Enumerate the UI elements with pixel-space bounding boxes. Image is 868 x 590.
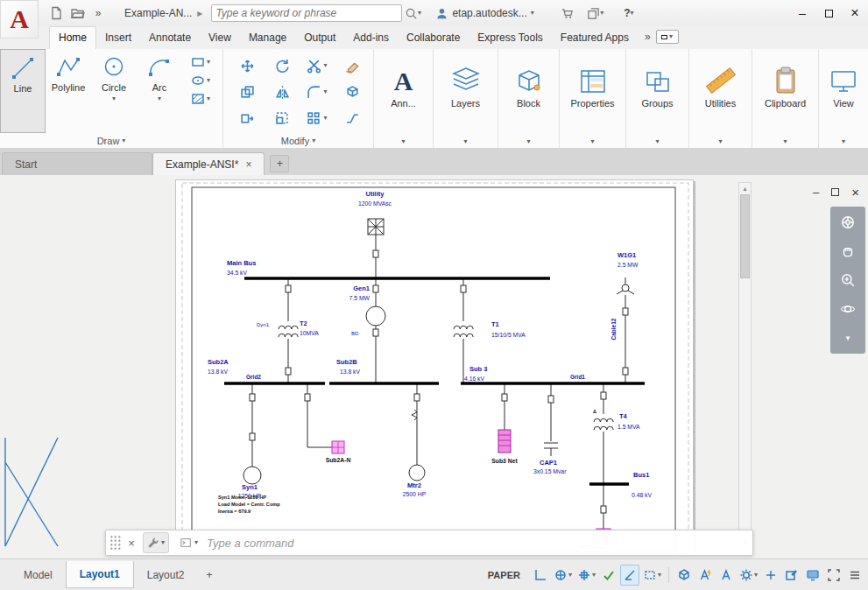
viewport-close-button[interactable]: ×	[851, 186, 859, 199]
ortho-toggle[interactable]	[599, 565, 618, 586]
annotation-button[interactable]: A	[374, 49, 433, 95]
utility-symbol[interactable]	[368, 219, 384, 235]
cap1-symbol[interactable]	[544, 443, 558, 456]
block-panel-expander[interactable]: ▾	[498, 135, 559, 148]
scrollbar-thumb[interactable]	[740, 194, 750, 278]
tab-featured-apps[interactable]: Featured Apps	[552, 27, 638, 49]
scroll-up-arrow[interactable]: ▴	[743, 183, 746, 193]
rotate-tool[interactable]	[265, 54, 299, 77]
connect-button[interactable]: ▾	[585, 4, 606, 23]
snap-mode-toggle[interactable]: ▾	[575, 565, 597, 586]
modify-panel-expander[interactable]: Modify▾	[223, 133, 373, 148]
view-button[interactable]	[819, 49, 868, 95]
grid-toggle[interactable]	[531, 565, 550, 586]
utilities-panel-expander[interactable]: ▾	[689, 135, 752, 148]
zoom-button[interactable]	[836, 270, 859, 291]
tab-layout2[interactable]: Layout2	[134, 562, 198, 588]
erase-tool[interactable]	[335, 54, 369, 77]
copy-tool[interactable]	[230, 81, 264, 103]
properties-panel-expander[interactable]: ▾	[560, 135, 625, 148]
tab-output[interactable]: Output	[295, 27, 344, 49]
gen1-symbol[interactable]	[366, 306, 385, 326]
arc-tool[interactable]: Arc ▾	[137, 49, 182, 133]
vertical-scrollbar[interactable]: ▴ ▾	[738, 182, 752, 548]
orbit-button[interactable]	[836, 299, 859, 320]
open-file-button[interactable]	[67, 4, 88, 23]
annotation-panel-expander[interactable]: ▾	[374, 135, 433, 148]
clean-screen-button[interactable]	[824, 565, 843, 586]
mirror-tool[interactable]	[265, 81, 299, 103]
block-button[interactable]	[498, 49, 559, 95]
breakers[interactable]	[250, 250, 628, 513]
customization-menu-button[interactable]	[845, 565, 864, 586]
ribbon-collapse-button[interactable]: ▾	[656, 30, 679, 44]
search-input[interactable]	[215, 7, 387, 19]
command-input[interactable]: Type a command	[207, 537, 293, 550]
stretch-tool[interactable]	[230, 107, 264, 130]
close-button[interactable]: ×	[842, 2, 868, 25]
syn1-symbol[interactable]	[243, 467, 261, 484]
object-snap-toggle[interactable]: ▾	[641, 565, 663, 586]
view-panel-expander[interactable]: ▾	[819, 135, 868, 148]
store-button[interactable]	[557, 4, 578, 23]
tab-layout1[interactable]: Layout1	[66, 561, 134, 588]
circle-tool[interactable]: Circle ▾	[91, 49, 137, 133]
tab-insert[interactable]: Insert	[96, 27, 140, 49]
navbar-more-button[interactable]: ▾	[836, 327, 859, 348]
layout-paper[interactable]: Utility 1200 MVAsc Main Bus 34.5 kV Gen1…	[175, 179, 694, 554]
array-tool[interactable]: ▾	[300, 107, 334, 130]
dynamic-ucs-toggle[interactable]: ▾	[552, 565, 574, 586]
new-file-button[interactable]	[46, 4, 67, 23]
help-button[interactable]: ? ▾	[618, 4, 639, 23]
annotation-visibility-toggle[interactable]	[695, 565, 715, 586]
minimize-button[interactable]: –	[789, 2, 815, 25]
tab-express-tools[interactable]: Express Tools	[469, 27, 551, 49]
graphics-performance-button[interactable]	[803, 565, 822, 586]
clipboard-panel-expander[interactable]: ▾	[752, 135, 818, 148]
polar-tracking-toggle[interactable]	[620, 565, 639, 586]
quick-access-more-button[interactable]: »	[88, 4, 109, 23]
tab-addins[interactable]: Add-ins	[344, 27, 398, 49]
utilities-button[interactable]	[689, 49, 752, 95]
sub3-net-box[interactable]	[498, 430, 511, 453]
rectangle-tool[interactable]: ▾	[182, 56, 219, 68]
groups-button[interactable]	[626, 49, 688, 95]
scale-tool[interactable]	[265, 107, 299, 130]
tab-model[interactable]: Model	[11, 562, 66, 588]
recent-commands-icon[interactable]	[180, 537, 192, 549]
fillet-tool[interactable]: ▾	[300, 81, 334, 103]
layers-button[interactable]	[434, 49, 498, 95]
join-tool[interactable]	[335, 107, 369, 130]
viewport-minimize-button[interactable]: –	[813, 186, 819, 198]
new-drawing-tab-button[interactable]: +	[270, 155, 289, 172]
new-layout-button[interactable]: +	[197, 564, 221, 586]
command-line-grip[interactable]	[109, 535, 122, 551]
explode-tool[interactable]	[335, 81, 369, 103]
clipboard-button[interactable]	[752, 49, 818, 95]
groups-panel-expander[interactable]: ▾	[626, 135, 688, 148]
trim-tool[interactable]: ▾	[300, 54, 334, 77]
pan-button[interactable]	[836, 241, 859, 262]
file-tab-document[interactable]: Example-ANSI* ×	[152, 152, 265, 175]
steering-wheel-button[interactable]	[836, 212, 859, 233]
hatch-tool[interactable]: ▾	[182, 93, 219, 105]
tab-manage[interactable]: Manage	[240, 27, 295, 49]
command-line-close-button[interactable]: ×	[123, 537, 139, 550]
viewport-restore-button[interactable]	[831, 186, 839, 199]
ellipse-tool[interactable]: ▾	[182, 74, 219, 87]
move-tool[interactable]	[230, 54, 264, 77]
properties-button[interactable]	[560, 49, 625, 95]
transformer-t1-symbol[interactable]	[450, 321, 476, 339]
annotation-scale-button[interactable]	[716, 565, 736, 586]
ribbon-tabs-overflow-button[interactable]: »	[645, 31, 651, 43]
isodraft-toggle[interactable]	[674, 565, 694, 586]
drawing-canvas[interactable]: Utility 1200 MVAsc Main Bus 34.5 kV Gen1…	[0, 175, 868, 558]
tab-home[interactable]: Home	[49, 26, 96, 49]
search-button[interactable]: ▾	[402, 4, 423, 23]
file-tab-start[interactable]: Start	[2, 152, 152, 175]
polyline-tool[interactable]: Polyline	[46, 49, 91, 133]
tab-collaborate[interactable]: Collaborate	[398, 27, 469, 49]
transformer-t4-symbol[interactable]	[590, 414, 617, 432]
layers-panel-expander[interactable]: ▾	[434, 135, 498, 148]
units-button[interactable]	[782, 565, 801, 586]
